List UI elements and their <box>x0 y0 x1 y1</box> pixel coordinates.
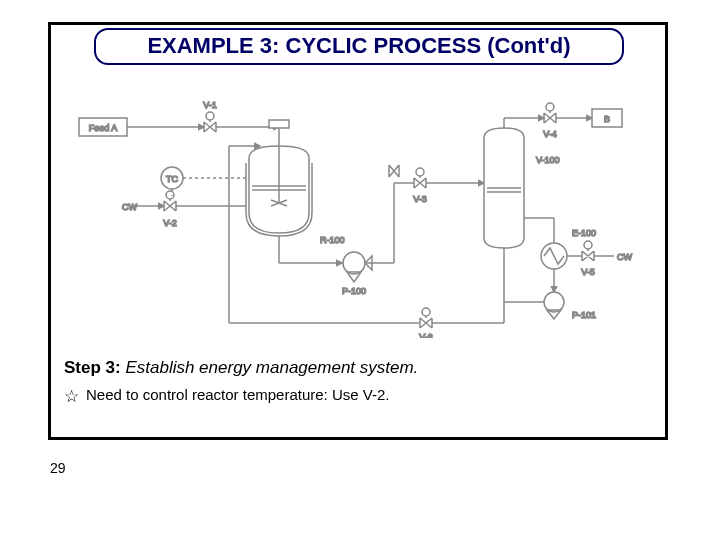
svg-point-36 <box>546 103 554 111</box>
svg-text:P-100: P-100 <box>342 286 366 296</box>
svg-point-22 <box>343 252 365 274</box>
svg-text:E-100: E-100 <box>572 228 596 238</box>
pump-p101 <box>544 292 564 319</box>
svg-text:P-101: P-101 <box>572 310 596 320</box>
process-diagram: Feed A V-1 R-100 TC <box>74 88 639 338</box>
slide-title: EXAMPLE 3: CYCLIC PROCESS (Cont'd) <box>94 28 624 65</box>
valve-v4 <box>544 103 556 123</box>
feed-label: Feed A <box>89 123 118 133</box>
step-text: Step 3: Establish energy management syst… <box>64 358 418 378</box>
svg-text:CW: CW <box>122 202 137 212</box>
svg-point-16 <box>166 191 174 199</box>
valve-v6 <box>420 308 432 328</box>
valve-v3 <box>389 165 399 177</box>
page-number: 29 <box>50 460 66 476</box>
svg-text:V-2: V-2 <box>163 218 177 228</box>
svg-text:R-100: R-100 <box>320 235 345 245</box>
star-icon: ☆ <box>64 386 86 407</box>
svg-point-46 <box>584 241 592 249</box>
valve-v1 <box>204 112 216 132</box>
svg-point-52 <box>544 292 564 312</box>
svg-text:V-5: V-5 <box>581 267 595 277</box>
svg-text:V-4: V-4 <box>543 129 557 139</box>
svg-text:TC: TC <box>166 174 178 184</box>
svg-text:V-6: V-6 <box>419 332 433 338</box>
svg-text:V-3: V-3 <box>413 194 427 204</box>
reactor <box>246 120 312 236</box>
exchanger-e100 <box>541 243 567 269</box>
svg-point-27 <box>416 168 424 176</box>
svg-text:V-1: V-1 <box>203 100 217 110</box>
svg-point-2 <box>206 112 214 120</box>
column-v100 <box>484 128 524 248</box>
svg-text:CW: CW <box>617 252 632 262</box>
product-label: B <box>604 114 610 124</box>
valve-v5 <box>582 241 594 261</box>
valve-v2 <box>164 191 176 211</box>
svg-point-57 <box>422 308 430 316</box>
pump-p100 <box>343 252 372 282</box>
svg-text:V-100: V-100 <box>536 155 560 165</box>
bullet-1: ☆Need to control reactor temperature: Us… <box>64 386 389 407</box>
svg-rect-9 <box>269 120 289 128</box>
